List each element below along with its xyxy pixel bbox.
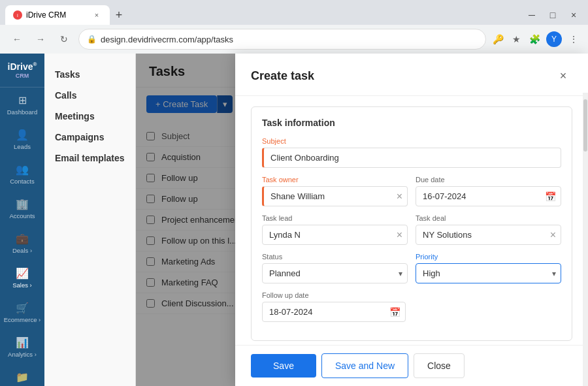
tab-title: iDrive CRM <box>26 10 66 20</box>
sidebar-logo: iDrive® CRM <box>0 54 44 88</box>
task-deal-wrap: × <box>416 225 561 245</box>
subject-group: Subject <box>262 137 561 168</box>
sidebar-label-contacts: Contacts <box>10 178 35 185</box>
sidebar-label-sales: Sales › <box>12 281 32 289</box>
sidebar-label-ecommerce: Ecommerce › <box>4 316 41 323</box>
back-button[interactable]: ← <box>8 30 26 48</box>
accounts-icon: 🏢 <box>16 198 29 210</box>
priority-select[interactable]: High Medium Low <box>416 263 561 283</box>
task-lead-input[interactable] <box>262 225 408 245</box>
sidebar: iDrive® CRM ⊞ Dashboard 👤 Leads 👥 Contac… <box>0 54 44 386</box>
sidebar-label-accounts: Accounts <box>9 212 35 219</box>
section-title: Task information <box>262 118 561 128</box>
contacts-icon: 👥 <box>16 163 29 176</box>
followup-date-wrap: 📅 <box>262 302 406 322</box>
ecommerce-icon: 🛒 <box>16 302 29 314</box>
sidebar-item-dashboard[interactable]: ⊞ Dashboard <box>0 88 44 122</box>
followup-calendar-icon[interactable]: 📅 <box>389 307 400 317</box>
sidebar-item-ecommerce[interactable]: 🛒 Ecommerce › <box>0 295 44 330</box>
close-button[interactable]: Close <box>414 353 465 378</box>
save-button[interactable]: Save <box>251 354 316 378</box>
task-lead-label: Task lead <box>262 214 408 222</box>
priority-select-wrap: High Medium Low ▾ <box>416 263 561 283</box>
nav-item-meetings[interactable]: Meetings <box>44 106 135 127</box>
password-icon[interactable]: 🔑 <box>491 33 504 46</box>
reload-button[interactable]: ↻ <box>55 30 73 48</box>
status-select[interactable]: Planned In Progress Completed <box>262 263 408 283</box>
nav-item-campaigns[interactable]: Campaigns <box>44 127 135 148</box>
forward-button[interactable]: → <box>31 30 50 48</box>
modal-title: Create task <box>251 69 314 83</box>
tab-favicon: i <box>13 10 22 20</box>
modal-close-button[interactable]: × <box>554 67 572 85</box>
sidebar-item-leads[interactable]: 👤 Leads <box>0 122 44 157</box>
modal-footer: Save Save and New Close <box>235 345 588 386</box>
tab-close-button[interactable]: × <box>91 10 102 20</box>
sidebar-label-dashboard: Dashboard <box>7 108 37 116</box>
modal-scrollbar-thumb[interactable] <box>583 99 587 152</box>
task-info-section: Task information Subject Task owner × <box>251 106 572 341</box>
sidebar-label-leads: Leads <box>14 143 31 150</box>
subject-input[interactable] <box>262 148 561 168</box>
subject-label: Subject <box>262 137 561 145</box>
deals-icon: 💼 <box>16 233 29 245</box>
followup-date-label: Follow up date <box>262 291 406 299</box>
menu-icon[interactable]: ⋮ <box>567 33 580 46</box>
due-date-group: Due date 📅 <box>416 176 561 206</box>
due-date-input[interactable] <box>416 186 561 206</box>
leads-icon: 👤 <box>16 129 29 141</box>
sidebar-item-contacts[interactable]: 👥 Contacts <box>0 157 44 191</box>
sidebar-label-analytics: Analytics › <box>8 351 37 358</box>
modal-header: Create task × <box>235 54 588 96</box>
window-close-button[interactable]: × <box>564 6 583 24</box>
sidebar-item-analytics[interactable]: 📊 Analytics › <box>0 330 44 364</box>
due-date-label: Due date <box>416 176 561 184</box>
data-migration-icon: 📁 <box>16 371 29 383</box>
nav-item-email-templates[interactable]: Email templates <box>44 148 135 169</box>
calendar-icon[interactable]: 📅 <box>545 191 556 202</box>
task-owner-wrap: × <box>262 186 408 206</box>
maximize-button[interactable]: □ <box>544 6 562 24</box>
owner-duedate-row: Task owner × Due date 📅 <box>262 176 561 206</box>
save-and-new-button[interactable]: Save and New <box>321 353 408 378</box>
address-bar[interactable]: 🔒 design.devidrivecrm.com/app/tasks <box>78 29 486 50</box>
task-deal-clear-icon[interactable]: × <box>550 229 556 241</box>
status-select-wrap: Planned In Progress Completed ▾ <box>262 263 408 283</box>
browser-chrome: i iDrive CRM × + ─ □ × ← → ↻ 🔒 design.de… <box>0 0 588 54</box>
task-deal-input[interactable] <box>416 225 561 245</box>
profile-icon[interactable]: Y <box>546 31 562 47</box>
minimize-button[interactable]: ─ <box>523 6 541 24</box>
task-deal-label: Task deal <box>416 214 561 222</box>
lead-deal-row: Task lead × Task deal × <box>262 214 561 245</box>
browser-tab[interactable]: i iDrive CRM × <box>5 5 110 25</box>
followup-row: Follow up date 📅 <box>262 291 561 322</box>
modal-body: Task information Subject Task owner × <box>235 96 588 345</box>
sidebar-item-sales[interactable]: 📈 Sales › <box>0 261 44 295</box>
dashboard-icon: ⊞ <box>18 94 27 106</box>
followup-date-input[interactable] <box>262 302 406 322</box>
sidebar-item-data-migration[interactable]: 📁 Data Migration <box>0 364 44 386</box>
extensions-icon[interactable]: 🧩 <box>528 33 541 46</box>
nav-panel: Tasks Calls Meetings Campaigns Email tem… <box>44 54 136 386</box>
status-group: Status Planned In Progress Completed ▾ <box>262 253 408 283</box>
sidebar-item-deals[interactable]: 💼 Deals › <box>0 226 44 261</box>
bookmark-icon[interactable]: ★ <box>510 33 523 46</box>
analytics-icon: 📊 <box>16 336 29 349</box>
url-text: design.devidrivecrm.com/app/tasks <box>101 35 478 44</box>
new-tab-button[interactable]: + <box>110 6 128 24</box>
modal-scrollbar-track <box>583 93 588 386</box>
task-lead-group: Task lead × <box>262 214 408 245</box>
nav-item-calls[interactable]: Calls <box>44 85 135 106</box>
task-owner-clear-icon[interactable]: × <box>397 191 402 202</box>
create-task-modal: Create task × Task information Subject T… <box>235 54 588 386</box>
task-owner-label: Task owner <box>262 176 408 184</box>
nav-item-tasks[interactable]: Tasks <box>44 64 135 85</box>
due-date-wrap: 📅 <box>416 186 561 206</box>
sidebar-label-deals: Deals › <box>12 247 32 254</box>
subject-row: Subject <box>262 137 561 168</box>
task-owner-input[interactable] <box>262 186 408 206</box>
sidebar-item-accounts[interactable]: 🏢 Accounts <box>0 191 44 226</box>
task-owner-group: Task owner × <box>262 176 408 206</box>
task-lead-clear-icon[interactable]: × <box>397 229 402 241</box>
task-deal-group: Task deal × <box>416 214 561 245</box>
